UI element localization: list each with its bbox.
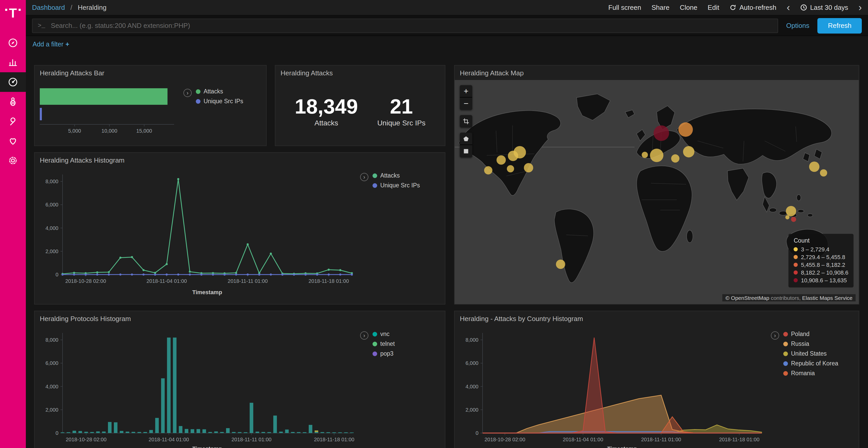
- logo-dot-left: [5, 9, 7, 11]
- logo-letter: T: [9, 6, 17, 20]
- svg-text:2018-11-18 01:00: 2018-11-18 01:00: [308, 278, 349, 284]
- svg-text:5,000: 5,000: [68, 128, 81, 134]
- sidebar-item-health[interactable]: [0, 131, 26, 151]
- panel-attacks-histogram: Heralding Attacks Histogram 02,0004,0006…: [34, 152, 445, 305]
- legend: › vnc telnet pop3: [360, 331, 395, 357]
- metric-value: 21: [377, 96, 426, 117]
- legend-dot: [373, 183, 377, 187]
- legend-dot: [794, 271, 798, 275]
- legend-item[interactable]: Poland: [783, 331, 838, 337]
- clone-button[interactable]: Clone: [680, 4, 697, 11]
- legend-item[interactable]: Republic of Korea: [783, 360, 838, 367]
- metric-unique-src-ips: 21 Unique Src IPs: [377, 96, 426, 127]
- auto-refresh-button[interactable]: Auto-refresh: [730, 4, 776, 11]
- sidebar-item-visualize[interactable]: [0, 53, 26, 72]
- edit-button[interactable]: Edit: [708, 4, 719, 11]
- gauge-icon: [8, 77, 18, 87]
- sidebar-item-honeypot[interactable]: [0, 92, 26, 111]
- bee-icon: [8, 97, 18, 107]
- legend-item[interactable]: United States: [783, 350, 838, 357]
- svg-text:Timestamp: Timestamp: [607, 445, 637, 448]
- legend-item[interactable]: Attacks: [196, 88, 243, 95]
- add-filter-link[interactable]: Add a filter+: [33, 40, 69, 48]
- svg-text:15,000: 15,000: [136, 128, 152, 134]
- breadcrumb-dashboard-link[interactable]: Dashboard: [32, 4, 65, 11]
- search-bar: >_ Options Refresh: [26, 15, 868, 36]
- legend-item[interactable]: Russia: [783, 341, 838, 347]
- svg-text:0: 0: [56, 430, 58, 436]
- breadcrumb: Dashboard / Heralding: [32, 4, 106, 11]
- attacks-histogram-chart[interactable]: 02,0004,0006,0008,0002018-10-28 02:00201…: [39, 168, 359, 304]
- svg-text:4,000: 4,000: [466, 384, 478, 389]
- svg-text:2018-11-11 01:00: 2018-11-11 01:00: [231, 437, 272, 442]
- filter-bar: Add a filter+: [26, 36, 868, 52]
- legend-range: 10,908.6 – 13,635: [794, 277, 848, 283]
- clock-icon: [800, 4, 807, 11]
- legend-range: 3 – 2,729.4: [794, 246, 848, 252]
- legend-item[interactable]: Attacks: [373, 172, 420, 179]
- svg-text:0: 0: [56, 272, 58, 277]
- zoom-in-button[interactable]: +: [460, 85, 472, 98]
- attacks-bar-chart[interactable]: 5,00010,00015,000: [38, 83, 178, 143]
- sidebar-item-dashboard[interactable]: [0, 72, 26, 92]
- panel-country-histogram: Heralding - Attacks by Country Histogram…: [454, 311, 859, 448]
- protocols-histogram-chart[interactable]: 02,0004,0006,0008,0002018-10-28 02:00201…: [39, 327, 359, 448]
- sidebar-item-discover[interactable]: [0, 33, 26, 53]
- search-input[interactable]: [50, 21, 772, 30]
- panel-title: Heralding Attacks Bar: [35, 66, 266, 78]
- svg-text:2,000: 2,000: [45, 248, 58, 254]
- svg-text:8,000: 8,000: [45, 337, 58, 343]
- options-link[interactable]: Options: [786, 22, 809, 29]
- logo-dot-right: [18, 9, 21, 11]
- metric-value: 18,349: [295, 96, 358, 117]
- svg-text:4,000: 4,000: [45, 384, 58, 389]
- full-screen-button[interactable]: Full screen: [609, 4, 641, 11]
- time-range-picker[interactable]: Last 30 days: [800, 4, 848, 11]
- legend-item[interactable]: Unique Src IPs: [373, 182, 420, 188]
- legend-item[interactable]: vnc: [373, 331, 395, 337]
- metric-label: Unique Src IPs: [377, 119, 426, 127]
- time-back-chevron[interactable]: ‹: [786, 3, 790, 12]
- legend-range: 5,455.8 – 8,182.2: [794, 262, 848, 268]
- draw-polygon-button[interactable]: [460, 133, 472, 145]
- svg-text:Timestamp: Timestamp: [192, 289, 222, 296]
- sidebar-item-tools[interactable]: [0, 111, 26, 131]
- legend-item[interactable]: telnet: [373, 341, 395, 347]
- legend-collapse-button[interactable]: ›: [360, 173, 368, 181]
- legend: › Attacks Unique Src IPs: [183, 88, 243, 104]
- legend-collapse-button[interactable]: ›: [360, 331, 368, 340]
- ems-link[interactable]: Elastic Maps Service: [802, 295, 852, 301]
- plus-icon: +: [66, 40, 69, 48]
- osm-link[interactable]: © OpenStreetMap: [725, 295, 769, 301]
- sidebar-item-settings[interactable]: [0, 151, 26, 170]
- search-input-wrapper: >_: [32, 18, 778, 33]
- legend-title: Count: [794, 237, 848, 244]
- refresh-button[interactable]: Refresh: [817, 18, 862, 33]
- topbar-actions: Full screen Share Clone Edit Auto-refres…: [609, 3, 862, 12]
- legend-collapse-button[interactable]: ›: [771, 331, 779, 340]
- svg-text:6,000: 6,000: [466, 360, 478, 366]
- country-histogram-chart[interactable]: 02,0004,0006,0008,0002018-10-28 02:00201…: [459, 327, 769, 448]
- draw-rectangle-button[interactable]: [460, 145, 472, 158]
- legend-collapse-button[interactable]: ›: [183, 89, 192, 97]
- svg-text:8,000: 8,000: [466, 337, 478, 343]
- share-button[interactable]: Share: [652, 4, 669, 11]
- time-forward-chevron[interactable]: ›: [859, 3, 862, 12]
- legend-range: 2,729.4 – 5,455.8: [794, 254, 848, 260]
- bar-chart-icon: [8, 57, 18, 68]
- svg-text:2018-11-04 01:00: 2018-11-04 01:00: [563, 437, 603, 442]
- zoom-out-button[interactable]: −: [460, 98, 472, 110]
- legend-item[interactable]: Unique Src IPs: [196, 98, 243, 104]
- panel-protocols-histogram: Heralding Protocols Histogram 02,0004,00…: [34, 311, 445, 448]
- svg-text:2018-11-04 01:00: 2018-11-04 01:00: [147, 278, 187, 284]
- legend-dot: [373, 351, 377, 356]
- svg-text:6,000: 6,000: [45, 360, 58, 366]
- breadcrumb-current: Heralding: [78, 4, 106, 11]
- world-map[interactable]: + −: [455, 80, 859, 304]
- legend-item[interactable]: pop3: [373, 350, 395, 357]
- legend-dot: [794, 278, 798, 282]
- legend-item[interactable]: Romania: [783, 370, 838, 376]
- fit-bounds-button[interactable]: [460, 115, 472, 128]
- legend-dot: [783, 341, 788, 346]
- panel-title: Heralding Attacks: [275, 66, 445, 78]
